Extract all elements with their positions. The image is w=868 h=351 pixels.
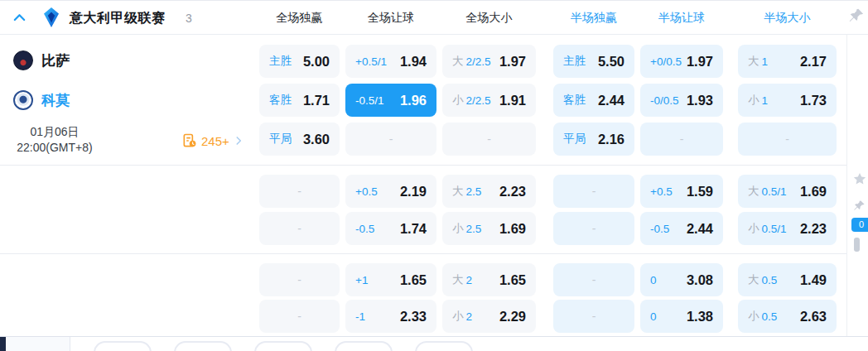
odds-label: 主胜 (269, 54, 292, 69)
odds-cell[interactable]: 小0.52.63 (738, 300, 837, 333)
odds-cell[interactable]: 大0.51.49 (738, 263, 837, 296)
odds-cell[interactable]: +11.65 (345, 263, 436, 296)
home-team-name: 比萨 (41, 51, 70, 70)
odds-cell[interactable]: 客胜1.71 (259, 84, 340, 117)
odds-cell[interactable]: 大2/2.51.97 (442, 45, 536, 78)
odds-value: 1.49 (800, 272, 827, 288)
odds-value: 1.91 (499, 93, 526, 108)
right-rail-divider (846, 35, 847, 336)
odds-cell[interactable]: 03.08 (640, 263, 723, 296)
odds-cell[interactable]: 平局2.16 (553, 123, 634, 156)
odds-cell[interactable]: 大0.5/11.69 (738, 175, 837, 208)
more-markets-link[interactable]: 245+ (181, 132, 244, 149)
odds-cell[interactable]: +0.5/11.94 (345, 45, 436, 78)
footer-tab-button[interactable] (254, 341, 312, 351)
odds-label: -0.5 (650, 223, 669, 235)
odds-grid: 主胜5.00+0.5/11.94大2/2.51.97主胜5.50+0/0.51.… (0, 1, 868, 351)
odds-cell[interactable]: -0.52.44 (640, 212, 723, 245)
odds-cell[interactable]: +0.51.59 (640, 175, 723, 208)
handicap-label: -1 (355, 310, 365, 323)
odds-value: 2.33 (400, 309, 427, 325)
pin-icon[interactable] (848, 7, 865, 24)
odds-label: 大0.5/1 (748, 184, 787, 199)
odds-value: 1.38 (687, 309, 713, 325)
star-icon[interactable] (852, 171, 867, 186)
odds-cell[interactable]: 客胜2.44 (553, 84, 634, 117)
match-datetime: 01月06日 22:00(GMT+8) (0, 124, 109, 156)
odds-value: 2.17 (800, 54, 827, 70)
odds-label: 客胜 (269, 93, 292, 108)
handicap-label: 2.5 (466, 223, 482, 235)
away-team-row[interactable]: 科莫 (13, 89, 70, 111)
odds-value: 5.50 (598, 54, 624, 70)
odds-value: 1.71 (303, 93, 330, 108)
odds-cell-empty: - (738, 123, 837, 156)
odds-label: 小2 (452, 309, 472, 324)
odds-label: 主胜 (563, 54, 586, 69)
odds-value: 1.97 (687, 54, 713, 70)
odds-value: 1.73 (800, 93, 827, 108)
side-label: 大 (748, 272, 760, 287)
odds-cell[interactable]: 大2.52.23 (442, 175, 536, 208)
odds-value: 1.69 (800, 184, 827, 200)
odds-cell[interactable]: 平局3.60 (259, 123, 340, 156)
odds-cell-empty: - (553, 300, 634, 333)
odds-value: 1.65 (499, 272, 526, 288)
count-badge[interactable]: 0 (851, 218, 868, 232)
markets-list-icon (181, 132, 198, 149)
odds-cell[interactable]: -12.33 (345, 300, 436, 333)
odds-cell[interactable]: 小22.29 (442, 300, 536, 333)
collapse-chevron-up-icon[interactable] (12, 11, 27, 25)
odds-label: 大2 (452, 272, 472, 287)
handicap-label: 主胜 (269, 54, 292, 69)
odds-cell[interactable]: 小11.73 (738, 84, 837, 117)
odds-cell[interactable]: -0.51.74 (345, 212, 436, 245)
side-label: 大 (748, 184, 760, 199)
handicap-label: +0/0.5 (650, 55, 682, 68)
handicap-label: 2.5 (466, 185, 482, 198)
away-team-name: 科莫 (41, 91, 70, 110)
handicap-label: 0.5 (762, 310, 778, 323)
column-header-2: 全场让球 (345, 1, 436, 34)
side-label: 大 (748, 54, 760, 69)
handicap-label: 2 (466, 310, 473, 323)
league-header: 意大利甲级联赛 3 全场独赢全场让球全场大小半场独赢半场让球半场大小 (0, 1, 868, 35)
handicap-label: 2/2.5 (466, 55, 491, 68)
odds-value: 3.08 (687, 272, 713, 288)
odds-cell[interactable]: -0/0.51.93 (640, 84, 723, 117)
footer-tab-button[interactable] (415, 341, 473, 351)
footer-tab-button[interactable] (94, 341, 152, 351)
odds-value: 3.60 (303, 132, 330, 147)
handicap-label: 2/2.5 (466, 94, 491, 107)
pin-icon[interactable] (853, 200, 866, 212)
odds-label: +1 (355, 274, 368, 286)
odds-value: 1.96 (400, 93, 427, 108)
handicap-label: 1 (762, 55, 769, 68)
odds-cell[interactable]: +0/0.51.97 (640, 45, 723, 78)
home-team-logo (13, 50, 33, 70)
odds-cell[interactable]: 主胜5.00 (259, 45, 340, 78)
odds-cell[interactable]: 大21.65 (442, 263, 536, 296)
home-team-row[interactable]: 比萨 (13, 50, 70, 71)
league-logo-icon (41, 7, 61, 28)
odds-cell-empty: - (259, 175, 340, 208)
odds-cell[interactable]: 小2.51.69 (442, 212, 536, 245)
odds-cell[interactable]: 01.38 (640, 300, 723, 333)
handicap-label: 0.5/1 (762, 223, 787, 235)
handicap-label: -0.5/1 (355, 94, 384, 107)
odds-cell[interactable]: -0.5/11.96 (345, 84, 436, 117)
footer-tab-button[interactable] (174, 341, 232, 351)
odds-cell[interactable]: 小2/2.51.91 (442, 84, 536, 117)
odds-cell[interactable]: +0.52.19 (345, 175, 436, 208)
odds-label: 大2.5 (452, 184, 481, 199)
handicap-label: 0.5 (762, 274, 778, 286)
odds-value: 1.97 (499, 54, 526, 70)
odds-cell[interactable]: 主胜5.50 (553, 45, 634, 78)
odds-cell[interactable]: 大12.17 (738, 45, 837, 78)
odds-cell[interactable]: 小0.5/12.23 (738, 212, 837, 245)
footer-tab-button[interactable] (335, 341, 393, 351)
odds-label: 0 (650, 274, 657, 286)
handicap-label: 0.5/1 (762, 185, 787, 198)
league-match-count: 3 (186, 12, 192, 25)
odds-cell-empty: - (640, 123, 723, 156)
